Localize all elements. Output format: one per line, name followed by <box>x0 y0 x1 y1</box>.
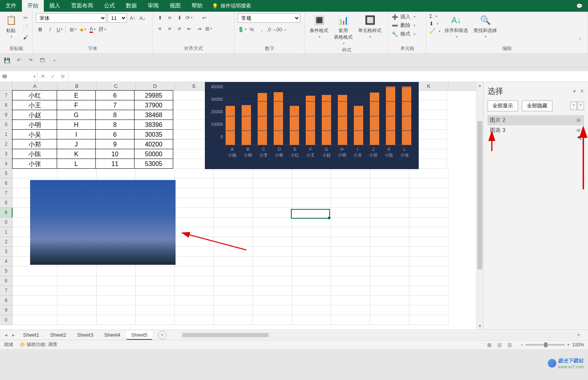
cell[interactable] <box>331 276 370 286</box>
menu-tab-开始[interactable]: 开始 <box>22 0 44 12</box>
row-header[interactable]: 9 <box>0 305 13 315</box>
visibility-toggle-icon[interactable]: 👁 <box>576 127 582 134</box>
cell[interactable]: 40200 <box>134 139 173 149</box>
row-header[interactable]: 5 <box>0 266 13 276</box>
row-header[interactable]: 0 <box>0 120 13 130</box>
row-header[interactable]: 1 <box>0 130 13 139</box>
vertical-scrollbar[interactable]: ▲ ▼ <box>476 82 483 330</box>
select-all-corner[interactable] <box>0 82 13 90</box>
cell[interactable]: 小赵 <box>12 110 57 120</box>
cell[interactable] <box>370 276 409 286</box>
column-header-D[interactable]: D <box>136 82 175 90</box>
cell[interactable]: 6 <box>95 90 134 100</box>
cell[interactable] <box>13 266 57 276</box>
cell[interactable] <box>409 257 448 266</box>
cell[interactable] <box>175 169 214 178</box>
cell[interactable] <box>370 257 409 266</box>
cell[interactable]: 8 <box>95 120 134 130</box>
cell[interactable]: H <box>57 120 96 130</box>
font-size-select[interactable]: 11 <box>108 13 127 23</box>
qat-customize-button[interactable]: ▾ <box>49 56 59 65</box>
cell[interactable] <box>175 208 214 218</box>
cell[interactable] <box>97 296 136 305</box>
increase-indent-button[interactable]: ⇥ <box>195 24 203 33</box>
cell[interactable] <box>175 178 214 188</box>
cell[interactable] <box>175 188 214 198</box>
row-header[interactable]: 9 <box>0 208 13 218</box>
cell[interactable]: 11 <box>95 159 134 169</box>
cell[interactable]: 37900 <box>134 100 173 110</box>
chart-bar[interactable] <box>274 92 283 145</box>
formula-input[interactable] <box>68 71 588 82</box>
cell[interactable] <box>409 198 448 208</box>
fill-button[interactable]: ⬇▾ <box>429 21 441 27</box>
cell[interactable]: 10 <box>95 149 134 159</box>
row-header[interactable]: 7 <box>0 188 13 198</box>
cell[interactable] <box>175 227 214 237</box>
row-header[interactable]: 3 <box>0 247 13 257</box>
cell[interactable] <box>292 315 331 325</box>
sheet-tab-Sheet2[interactable]: Sheet2 <box>45 330 71 340</box>
sort-filter-button[interactable]: A↓排序和筛选▾ <box>443 13 470 39</box>
increase-font-button[interactable]: A↑ <box>128 14 137 22</box>
move-down-button[interactable]: ˅ <box>577 102 584 110</box>
scroll-up-button[interactable]: ▲ <box>477 82 483 89</box>
cell[interactable] <box>331 257 370 266</box>
cell[interactable] <box>136 276 175 286</box>
cell[interactable] <box>331 305 370 315</box>
cell[interactable] <box>292 188 331 198</box>
row-header[interactable]: 6 <box>0 178 13 188</box>
tell-me-search[interactable]: 💡 操作说明搜索 <box>212 0 251 12</box>
cut-button[interactable]: ✂ <box>21 13 30 22</box>
table-format-button[interactable]: 📊套用 表格格式▾ <box>332 13 354 46</box>
pane-dropdown-button[interactable]: ▾ <box>573 88 576 94</box>
percent-button[interactable]: % <box>247 25 256 34</box>
cell[interactable]: 小吴 <box>12 129 57 139</box>
cell[interactable]: 38396 <box>134 120 173 130</box>
scroll-right-button[interactable]: ▸ <box>578 332 580 337</box>
cell[interactable] <box>292 227 331 237</box>
cell[interactable] <box>253 227 292 237</box>
sheet-nav-first[interactable]: ◂ <box>3 332 9 338</box>
cell[interactable] <box>57 315 97 325</box>
cell[interactable] <box>331 286 370 296</box>
increase-decimal-button[interactable]: .0→ <box>267 25 276 34</box>
insert-cells-button[interactable]: ➕插入▾ <box>392 13 416 20</box>
cell[interactable] <box>97 276 136 286</box>
cell[interactable] <box>253 247 292 257</box>
cell[interactable] <box>370 237 409 247</box>
cell[interactable] <box>331 315 370 325</box>
cell[interactable] <box>97 315 136 325</box>
selection-item[interactable]: 图片 2👁 <box>488 115 584 125</box>
cell[interactable] <box>253 169 292 178</box>
cell[interactable] <box>136 296 175 305</box>
cell[interactable]: 小王 <box>12 100 57 110</box>
cell[interactable] <box>409 178 448 188</box>
row-header[interactable]: 0 <box>0 218 13 227</box>
cell[interactable] <box>97 169 136 178</box>
cell[interactable]: L <box>57 159 96 169</box>
cell[interactable] <box>214 237 253 247</box>
cell[interactable] <box>370 218 409 227</box>
cell[interactable] <box>409 247 448 257</box>
cell[interactable] <box>175 237 214 247</box>
cell[interactable] <box>253 218 292 227</box>
cell[interactable]: 小明 <box>12 120 57 130</box>
cell[interactable] <box>97 266 136 276</box>
cell[interactable]: I <box>57 129 96 139</box>
cell[interactable] <box>253 286 292 296</box>
cell[interactable]: 29985 <box>134 90 173 100</box>
copy-button[interactable]: 📄 <box>21 23 30 32</box>
cell[interactable] <box>331 227 370 237</box>
sheet-tab-Sheet4[interactable]: Sheet4 <box>99 330 125 340</box>
row-header[interactable]: 3 <box>0 149 13 159</box>
cell[interactable] <box>175 315 214 325</box>
selection-item[interactable]: 图表 3👁 <box>488 125 584 136</box>
row-header[interactable]: 8 <box>0 296 13 305</box>
cell[interactable] <box>292 266 331 276</box>
cell[interactable] <box>409 237 448 247</box>
undo-button[interactable]: ↶ <box>14 56 23 65</box>
cell[interactable] <box>253 198 292 208</box>
align-bottom-button[interactable]: ⬇ <box>175 13 184 22</box>
align-left-button[interactable]: ≡ <box>156 24 164 33</box>
